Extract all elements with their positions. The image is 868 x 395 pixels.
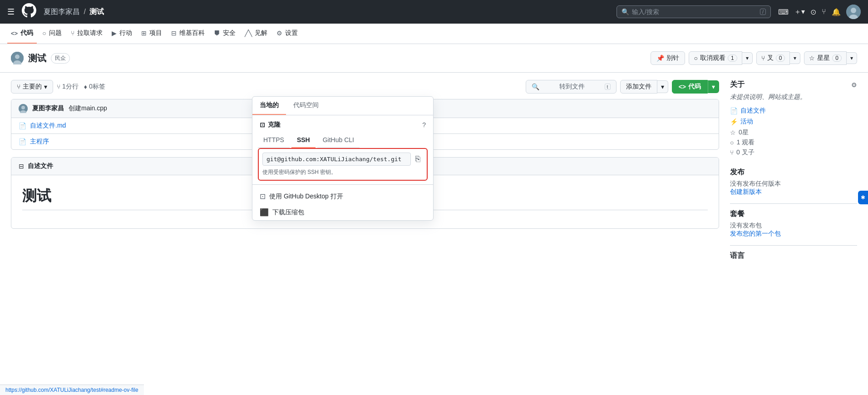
add-file-button: 添加文件 ▾ (620, 80, 668, 94)
hamburger-icon[interactable]: ☰ (7, 7, 15, 17)
star-count-badge: 0 (832, 54, 842, 62)
search-input[interactable] (632, 8, 757, 15)
committer-name[interactable]: 夏图李家昌 (32, 104, 64, 113)
clone-url-input[interactable] (262, 153, 411, 166)
search-icon: 🔍 (621, 8, 629, 15)
add-file-arrow[interactable]: ▾ (657, 80, 668, 93)
language-section: 语言 (730, 251, 857, 261)
packages-section: 套餐 没有发布包 发布您的第一个包 (730, 209, 857, 238)
file-icon-0: 📄 (19, 122, 26, 129)
search-bar[interactable]: 🔍 / (616, 5, 771, 18)
file-icon-1: 📄 (19, 138, 26, 145)
pullrequest-icon[interactable]: ⑂ (822, 8, 826, 16)
branch-info: ⑂ 1分行 ♦ 0标签 (57, 80, 105, 93)
clone-header: ⊡ 克隆 ? (252, 115, 433, 133)
tab-actions[interactable]: ▶ 行动 (108, 24, 136, 44)
tag-count[interactable]: ♦ 0标签 (84, 83, 105, 91)
issue-icon[interactable]: ⊙ (810, 8, 816, 16)
top-nav: ☰ 夏图李家昌 / 测试 🔍 / ⌨ ＋▾ ⊙ ⑂ 🔔 (0, 0, 868, 24)
tab-wiki[interactable]: ⊟ 维基百科 (168, 24, 208, 44)
branch-icon: ⑂ (17, 83, 20, 90)
file-name-1[interactable]: 主程序 (30, 138, 255, 146)
branch-arrow: ▾ (44, 83, 47, 90)
divider-1 (730, 203, 857, 204)
zip-icon: ⬛ (260, 208, 269, 217)
pin-button[interactable]: 📌 别针 (651, 51, 685, 65)
file-name-0[interactable]: 自述文件.md (30, 122, 255, 130)
releases-title: 发布 (730, 168, 857, 177)
copy-url-button[interactable]: ⎘ (413, 153, 423, 166)
play-icon: ▶ (112, 30, 117, 37)
plus-icon[interactable]: ＋▾ (794, 7, 805, 17)
tab-projects[interactable]: ⊞ 项目 (138, 24, 166, 44)
chart-icon: ╱╲ (245, 30, 252, 37)
desktop-icon: ⊡ (260, 192, 266, 201)
create-release-link[interactable]: 创建新版本 (730, 188, 762, 195)
fork-main[interactable]: ⑂ 叉 0 (756, 51, 790, 65)
watch-main[interactable]: ○ 取消观看 1 (689, 51, 742, 65)
releases-desc: 没有发布任何版本 (730, 180, 857, 188)
code-arrow[interactable]: ▾ (708, 80, 719, 93)
star-arrow[interactable]: ▾ (847, 52, 857, 64)
tab-insights[interactable]: ╱╲ 见解 (241, 24, 271, 44)
github-cli-tab[interactable]: GitHub CLI (317, 133, 360, 148)
fork-icon: ⑂ (71, 30, 74, 37)
repo-main-name[interactable]: 测试 (28, 52, 46, 64)
readme-title: 自述文件 (28, 162, 53, 170)
star-stat: ☆ 0星 (730, 128, 857, 137)
main-content: ⑂ 主要的 ▾ ⑂ 1分行 ♦ 0标签 🔍 转到文件 t (0, 73, 868, 271)
eye-icon: ○ (694, 54, 697, 62)
activity-link[interactable]: ⚡ 活动 (730, 118, 857, 126)
go-to-file-button[interactable]: 🔍 转到文件 t (526, 80, 616, 94)
tab-pullrequests[interactable]: ⑂ 拉取请求 (67, 24, 106, 44)
star-stat-icon: ☆ (730, 129, 736, 136)
clone-dropdown: 当地的 代码空间 ⊡ 克隆 ? HTTPS SSH GitHub CLI ⎘ 使… (252, 96, 434, 221)
code-icon: <> (11, 30, 18, 37)
fork-button-split: ⑂ 叉 0 ▾ (756, 51, 801, 65)
settings-icon: ⚙ (276, 30, 282, 37)
readme-link[interactable]: 📄 自述文件 (730, 107, 857, 115)
tab-security[interactable]: ⛊ 安全 (210, 24, 239, 44)
add-file-main[interactable]: 添加文件 (620, 80, 657, 94)
code-angle-icon: <> (679, 83, 686, 90)
star-main[interactable]: ☆ 星星 0 (804, 51, 847, 65)
watch-count-badge: 1 (728, 54, 737, 62)
watch-stat: ○ 1 观看 (730, 138, 857, 147)
code-button: <> 代码 ▾ (672, 80, 719, 94)
github-logo[interactable] (22, 3, 36, 20)
repo-name-area: 测试 民众 (11, 52, 70, 64)
accessibility-button[interactable]: ✱ (858, 191, 868, 204)
tab-issues[interactable]: ○ 问题 (39, 24, 65, 44)
clone-help-icon[interactable]: ? (422, 121, 426, 128)
fork-arrow[interactable]: ▾ (790, 52, 800, 64)
fork-count-badge: 0 (776, 54, 785, 62)
about-header: 关于 ⚙ (730, 80, 857, 89)
book-icon: ⊟ (171, 30, 177, 37)
publish-package-link[interactable]: 发布您的第一个包 (730, 230, 781, 237)
terminal-icon[interactable]: ⌨ (778, 8, 789, 16)
code-main[interactable]: <> 代码 (672, 80, 708, 94)
tab-settings[interactable]: ⚙ 设置 (273, 24, 301, 44)
branch-count[interactable]: ⑂ 1分行 (57, 83, 79, 91)
open-desktop-action[interactable]: ⊡ 使用 GitHub Desktop 打开 (252, 188, 433, 204)
clone-divider (252, 184, 433, 185)
tab-local[interactable]: 当地的 (252, 97, 286, 115)
bell-icon[interactable]: 🔔 (832, 8, 841, 16)
repo-title: 夏图李家昌 / 测试 (44, 7, 104, 17)
https-tab[interactable]: HTTPS (258, 133, 290, 148)
commit-message: 创建main.cpp (69, 104, 107, 113)
grid-icon: ⊞ (141, 30, 147, 37)
ssh-tab[interactable]: SSH (291, 133, 316, 148)
sub-nav: <> 代码 ○ 问题 ⑂ 拉取请求 ▶ 行动 ⊞ 项目 ⊟ 维基百科 ⛊ 安全 … (0, 24, 868, 44)
download-zip-action[interactable]: ⬛ 下载压缩包 (252, 204, 433, 220)
tab-codespace[interactable]: 代码空间 (286, 97, 326, 115)
watch-button-split: ○ 取消观看 1 ▾ (689, 51, 752, 65)
committer-avatar (19, 104, 28, 113)
gear-icon[interactable]: ⚙ (851, 81, 857, 89)
tab-code[interactable]: <> 代码 (7, 24, 37, 44)
avatar[interactable] (846, 5, 861, 19)
branch-button[interactable]: ⑂ 主要的 ▾ (11, 80, 53, 94)
svg-point-4 (15, 54, 20, 59)
clone-url-box: ⎘ 使用受密码保护的 SSH 密钥。 (258, 148, 428, 181)
watch-arrow[interactable]: ▾ (742, 52, 753, 64)
